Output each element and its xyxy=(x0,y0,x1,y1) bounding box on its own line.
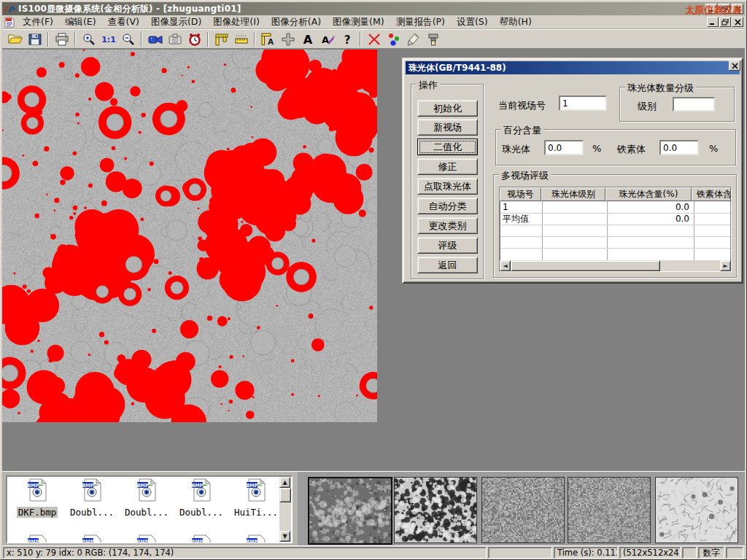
menu-item-measure-report[interactable]: 测量报告(P) xyxy=(390,15,451,28)
toolbar-button-help[interactable]: ? xyxy=(337,31,357,48)
toolbar-button-ruler-measure[interactable] xyxy=(231,31,251,48)
initialize-button[interactable]: 初始化 xyxy=(417,100,478,117)
level-input[interactable] xyxy=(673,97,715,112)
toolbar-button-calibrate[interactable]: A xyxy=(258,31,278,48)
menu-item-edit[interactable]: 编辑(E) xyxy=(59,15,102,28)
menu-item-view[interactable]: 查看(V) xyxy=(102,15,145,28)
menu-item-image-display[interactable]: 图像显示(D) xyxy=(145,15,207,28)
table-header-pearlite-level[interactable]: 珠光体级别 xyxy=(541,187,605,201)
sample-thumbnail-1[interactable] xyxy=(308,477,392,545)
grid-line xyxy=(500,225,730,225)
toolbar-button-annotate[interactable]: A xyxy=(317,31,337,48)
toolbar-button-save[interactable] xyxy=(25,31,44,48)
file-list-scrollbar[interactable]: ▲ ▼ xyxy=(279,477,291,542)
auto-classify-button[interactable]: 自动分类 xyxy=(417,198,478,214)
mdi-minimize-button[interactable] xyxy=(707,17,719,27)
toolbar-button-zoom-out[interactable] xyxy=(118,31,138,48)
thumbnail-strip xyxy=(298,472,745,545)
file-item[interactable]: BMP xyxy=(11,534,63,543)
pearlite-percent-sign: % xyxy=(592,143,601,154)
menu-item-help[interactable]: 帮助(H) xyxy=(494,15,538,28)
toolbar-button-classify[interactable] xyxy=(384,31,403,48)
scroll-down-button[interactable]: ▼ xyxy=(279,531,290,542)
close-button[interactable] xyxy=(732,4,743,14)
multifield-group: 多视场评级 视场号 珠光体级别 珠光体含量(%) 铁素体含量(%) xyxy=(493,174,737,278)
toolbar-button-print[interactable] xyxy=(52,31,71,48)
file-item[interactable]: BMP xyxy=(175,534,228,543)
scroll-right-button[interactable]: ► xyxy=(720,260,731,271)
toolbar-button-timer[interactable] xyxy=(185,31,204,48)
grade-button[interactable]: 评级 xyxy=(417,237,478,254)
dialog-close-icon xyxy=(732,63,738,69)
file-item[interactable]: BMP HuiTi... xyxy=(230,478,282,518)
toolbar-button-zoom-in[interactable] xyxy=(79,31,98,48)
toolbar-separator xyxy=(254,32,255,47)
menu-item-file[interactable]: 文件(F) xyxy=(17,15,59,28)
file-item[interactable]: BMP Doubl... xyxy=(175,478,228,518)
scroll-up-button[interactable]: ▲ xyxy=(279,477,290,488)
ferrite-input[interactable] xyxy=(659,140,699,155)
toolbar-button-pick-pen[interactable] xyxy=(403,31,423,48)
bmp-badge: BMP xyxy=(27,483,39,489)
toolbar-button-move[interactable] xyxy=(278,31,298,48)
file-item[interactable]: BMP Doubl... xyxy=(66,478,118,518)
sample-thumbnail-5[interactable] xyxy=(655,477,738,543)
scroll-left-button[interactable]: ◄ xyxy=(500,260,511,271)
bmp-file-icon: BMP xyxy=(244,534,268,543)
minimize-button[interactable] xyxy=(705,4,717,14)
file-label[interactable]: DKF.bmp xyxy=(17,507,58,518)
toolbar-button-delete-object[interactable] xyxy=(364,31,384,48)
file-label[interactable]: Doubl... xyxy=(123,507,170,518)
toolbar-button-video-capture[interactable] xyxy=(145,31,165,48)
pick-pearlite-button[interactable]: 点取珠光体 xyxy=(417,178,478,195)
scrollbar-track[interactable] xyxy=(279,488,291,531)
toolbar-button-open[interactable] xyxy=(5,31,25,48)
pearlite-input[interactable] xyxy=(544,140,584,155)
sample-thumbnail-3[interactable] xyxy=(481,477,565,543)
rating-table-header: 视场号 珠光体级别 珠光体含量(%) 铁素体含量(%) xyxy=(500,187,731,201)
scrollbar-thumb[interactable] xyxy=(279,488,291,502)
toolbar-button-caliper-measure[interactable] xyxy=(212,31,231,48)
mdi-restore-button[interactable] xyxy=(719,17,731,27)
file-item[interactable]: BMP DKF.bmp xyxy=(11,478,63,518)
table-header-ferrite-content[interactable]: 铁素体含量(%) xyxy=(692,187,731,201)
mdi-close-button[interactable] xyxy=(732,17,743,27)
menu-item-image-measure[interactable]: 图像测量(M) xyxy=(327,15,390,28)
file-label[interactable]: HuiTi... xyxy=(233,507,279,518)
mdi-close-icon xyxy=(735,19,741,26)
menu-item-settings[interactable]: 设置(S) xyxy=(451,15,494,28)
correct-button[interactable]: 修正 xyxy=(417,158,478,175)
binarize-button[interactable]: 二值化 xyxy=(417,139,478,155)
menu-item-image-processing[interactable]: 图像处理(I) xyxy=(207,15,265,28)
scrollbar-thumb[interactable] xyxy=(511,260,660,271)
toolbar-button-fill-brush[interactable] xyxy=(423,31,443,48)
table-cell-content-1: 0.0 xyxy=(608,201,689,213)
return-button[interactable]: 返回 xyxy=(417,257,478,273)
toolbar-button-actual-size[interactable]: 1:1 xyxy=(98,31,118,48)
sample-thumbnail-4[interactable] xyxy=(568,477,651,543)
status-image-size: (512x512x24) xyxy=(619,547,681,559)
table-header-field-no[interactable]: 视场号 xyxy=(500,187,541,201)
main-image[interactable] xyxy=(2,50,377,422)
file-item[interactable]: BMP xyxy=(230,534,282,543)
new-field-button[interactable]: 新视场 xyxy=(417,119,478,136)
dialog-close-button[interactable] xyxy=(729,61,740,71)
menu-item-image-analysis[interactable]: 图像分析(A) xyxy=(266,15,327,28)
file-label[interactable]: Doubl... xyxy=(178,507,225,518)
mdi-system-icon[interactable] xyxy=(4,17,15,28)
file-item[interactable]: BMP xyxy=(120,534,173,543)
toolbar-button-text[interactable]: A xyxy=(298,31,317,48)
status-coordinates: x: 510 y: 79 idx: 0 RGB: (174, 174, 174) xyxy=(3,547,487,559)
file-item[interactable]: BMP xyxy=(66,534,118,543)
current-field-input[interactable] xyxy=(559,96,607,111)
restore-button[interactable] xyxy=(719,4,730,14)
scrollbar-track[interactable] xyxy=(511,260,720,271)
file-item[interactable]: BMP Doubl... xyxy=(120,478,173,518)
change-class-button[interactable]: 更改类别 xyxy=(417,217,478,234)
toolbar-button-snapshot[interactable] xyxy=(165,31,185,48)
sample-thumbnail-2[interactable] xyxy=(394,477,477,543)
table-header-pearlite-content[interactable]: 珠光体含量(%) xyxy=(605,187,692,201)
status-bar: x: 510 y: 79 idx: 0 RGB: (174, 174, 174)… xyxy=(2,545,745,559)
table-h-scrollbar[interactable]: ◄ ► xyxy=(500,260,731,271)
file-label[interactable]: Doubl... xyxy=(69,507,115,518)
